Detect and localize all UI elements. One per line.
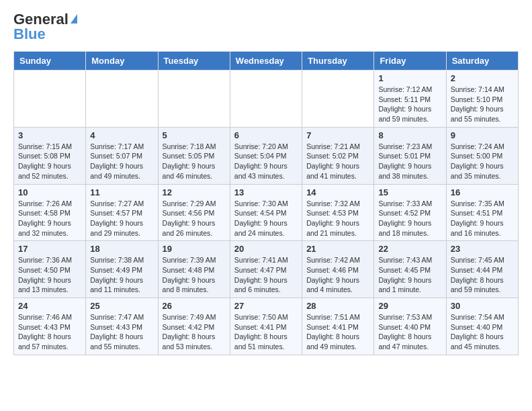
day-number: 3 — [18, 130, 81, 140]
calendar-cell: 24Sunrise: 7:46 AM Sunset: 4:43 PM Dayli… — [14, 298, 86, 355]
day-number: 20 — [234, 244, 298, 254]
day-number: 11 — [90, 187, 153, 197]
day-detail: Sunrise: 7:26 AM Sunset: 4:58 PM Dayligh… — [18, 199, 81, 238]
day-detail: Sunrise: 7:54 AM Sunset: 4:40 PM Dayligh… — [451, 312, 514, 352]
calendar-cell: 25Sunrise: 7:47 AM Sunset: 4:43 PM Dayli… — [86, 298, 158, 355]
calendar-table: SundayMondayTuesdayWednesdayThursdayFrid… — [13, 51, 519, 355]
day-detail: Sunrise: 7:33 AM Sunset: 4:52 PM Dayligh… — [378, 199, 441, 238]
calendar-cell: 17Sunrise: 7:36 AM Sunset: 4:50 PM Dayli… — [14, 241, 86, 298]
day-detail: Sunrise: 7:53 AM Sunset: 4:40 PM Dayligh… — [378, 312, 441, 352]
logo: General Blue — [13, 11, 77, 43]
weekday-header: Monday — [86, 52, 158, 71]
day-detail: Sunrise: 7:51 AM Sunset: 4:41 PM Dayligh… — [306, 312, 369, 352]
day-detail: Sunrise: 7:43 AM Sunset: 4:45 PM Dayligh… — [378, 255, 441, 295]
day-number: 23 — [451, 244, 514, 254]
day-detail: Sunrise: 7:36 AM Sunset: 4:50 PM Dayligh… — [18, 255, 81, 295]
day-detail: Sunrise: 7:50 AM Sunset: 4:41 PM Dayligh… — [234, 312, 298, 352]
logo-blue: Blue — [13, 26, 46, 43]
day-detail: Sunrise: 7:35 AM Sunset: 4:51 PM Dayligh… — [451, 199, 514, 238]
calendar-cell: 29Sunrise: 7:53 AM Sunset: 4:40 PM Dayli… — [374, 298, 446, 355]
calendar-week-row: 24Sunrise: 7:46 AM Sunset: 4:43 PM Dayli… — [14, 298, 519, 355]
day-number: 7 — [306, 130, 369, 140]
calendar-week-row: 10Sunrise: 7:26 AM Sunset: 4:58 PM Dayli… — [14, 184, 519, 241]
calendar-cell: 19Sunrise: 7:39 AM Sunset: 4:48 PM Dayli… — [158, 241, 230, 298]
day-detail: Sunrise: 7:23 AM Sunset: 5:01 PM Dayligh… — [378, 142, 441, 181]
calendar-cell: 27Sunrise: 7:50 AM Sunset: 4:41 PM Dayli… — [230, 298, 302, 355]
weekday-header: Wednesday — [230, 52, 302, 71]
day-detail: Sunrise: 7:41 AM Sunset: 4:47 PM Dayligh… — [234, 255, 298, 295]
calendar-cell: 23Sunrise: 7:45 AM Sunset: 4:44 PM Dayli… — [446, 241, 518, 298]
weekday-header: Tuesday — [158, 52, 230, 71]
calendar-cell: 12Sunrise: 7:29 AM Sunset: 4:56 PM Dayli… — [158, 184, 230, 241]
calendar-header-row: SundayMondayTuesdayWednesdayThursdayFrid… — [14, 52, 519, 71]
day-number: 4 — [90, 130, 153, 140]
day-detail: Sunrise: 7:45 AM Sunset: 4:44 PM Dayligh… — [451, 255, 514, 295]
calendar-cell: 7Sunrise: 7:21 AM Sunset: 5:02 PM Daylig… — [302, 127, 374, 184]
calendar-cell: 11Sunrise: 7:27 AM Sunset: 4:57 PM Dayli… — [86, 184, 158, 241]
day-number: 24 — [18, 301, 81, 311]
calendar-cell: 26Sunrise: 7:49 AM Sunset: 4:42 PM Dayli… — [158, 298, 230, 355]
calendar-cell: 16Sunrise: 7:35 AM Sunset: 4:51 PM Dayli… — [446, 184, 518, 241]
day-detail: Sunrise: 7:27 AM Sunset: 4:57 PM Dayligh… — [90, 199, 153, 238]
day-detail: Sunrise: 7:47 AM Sunset: 4:43 PM Dayligh… — [90, 312, 153, 352]
calendar-cell: 22Sunrise: 7:43 AM Sunset: 4:45 PM Dayli… — [374, 241, 446, 298]
day-number: 17 — [18, 244, 81, 254]
day-number: 29 — [378, 301, 441, 311]
calendar-week-row: 3Sunrise: 7:15 AM Sunset: 5:08 PM Daylig… — [14, 127, 519, 184]
calendar-week-row: 17Sunrise: 7:36 AM Sunset: 4:50 PM Dayli… — [14, 241, 519, 298]
day-number: 27 — [234, 301, 298, 311]
day-detail: Sunrise: 7:21 AM Sunset: 5:02 PM Dayligh… — [306, 142, 369, 181]
day-number: 2 — [451, 73, 514, 83]
calendar-cell: 3Sunrise: 7:15 AM Sunset: 5:08 PM Daylig… — [14, 127, 86, 184]
logo-triangle-icon — [71, 14, 77, 24]
day-detail: Sunrise: 7:15 AM Sunset: 5:08 PM Dayligh… — [18, 142, 81, 181]
day-detail: Sunrise: 7:18 AM Sunset: 5:05 PM Dayligh… — [163, 142, 226, 181]
day-detail: Sunrise: 7:17 AM Sunset: 5:07 PM Dayligh… — [90, 142, 153, 181]
day-number: 18 — [90, 244, 153, 254]
calendar-cell: 13Sunrise: 7:30 AM Sunset: 4:54 PM Dayli… — [230, 184, 302, 241]
calendar-cell — [230, 71, 302, 128]
day-detail: Sunrise: 7:38 AM Sunset: 4:49 PM Dayligh… — [90, 255, 153, 295]
day-detail: Sunrise: 7:20 AM Sunset: 5:04 PM Dayligh… — [234, 142, 298, 181]
weekday-header: Saturday — [446, 52, 518, 71]
calendar-cell: 30Sunrise: 7:54 AM Sunset: 4:40 PM Dayli… — [446, 298, 518, 355]
day-number: 16 — [451, 187, 514, 197]
day-detail: Sunrise: 7:42 AM Sunset: 4:46 PM Dayligh… — [306, 255, 369, 295]
calendar-cell: 8Sunrise: 7:23 AM Sunset: 5:01 PM Daylig… — [374, 127, 446, 184]
calendar-cell: 5Sunrise: 7:18 AM Sunset: 5:05 PM Daylig… — [158, 127, 230, 184]
day-detail: Sunrise: 7:24 AM Sunset: 5:00 PM Dayligh… — [451, 142, 514, 181]
page-container: General Blue SundayMondayTuesdayWednesda… — [0, 0, 532, 366]
day-number: 30 — [451, 301, 514, 311]
day-detail: Sunrise: 7:39 AM Sunset: 4:48 PM Dayligh… — [163, 255, 226, 295]
day-detail: Sunrise: 7:14 AM Sunset: 5:10 PM Dayligh… — [451, 85, 514, 124]
day-number: 15 — [378, 187, 441, 197]
calendar-cell: 15Sunrise: 7:33 AM Sunset: 4:52 PM Dayli… — [374, 184, 446, 241]
day-detail: Sunrise: 7:32 AM Sunset: 4:53 PM Dayligh… — [306, 199, 369, 238]
day-number: 1 — [378, 73, 441, 83]
day-number: 12 — [163, 187, 226, 197]
day-number: 5 — [163, 130, 226, 140]
calendar-cell: 18Sunrise: 7:38 AM Sunset: 4:49 PM Dayli… — [86, 241, 158, 298]
day-number: 25 — [90, 301, 153, 311]
calendar-cell: 21Sunrise: 7:42 AM Sunset: 4:46 PM Dayli… — [302, 241, 374, 298]
day-detail: Sunrise: 7:12 AM Sunset: 5:11 PM Dayligh… — [378, 85, 441, 124]
calendar-cell: 20Sunrise: 7:41 AM Sunset: 4:47 PM Dayli… — [230, 241, 302, 298]
calendar-cell: 4Sunrise: 7:17 AM Sunset: 5:07 PM Daylig… — [86, 127, 158, 184]
calendar-cell — [302, 71, 374, 128]
day-number: 13 — [234, 187, 298, 197]
calendar-cell: 28Sunrise: 7:51 AM Sunset: 4:41 PM Dayli… — [302, 298, 374, 355]
header: General Blue — [13, 11, 519, 43]
calendar-cell: 9Sunrise: 7:24 AM Sunset: 5:00 PM Daylig… — [446, 127, 518, 184]
calendar-cell: 1Sunrise: 7:12 AM Sunset: 5:11 PM Daylig… — [374, 71, 446, 128]
day-number: 21 — [306, 244, 369, 254]
calendar-cell: 6Sunrise: 7:20 AM Sunset: 5:04 PM Daylig… — [230, 127, 302, 184]
day-number: 14 — [306, 187, 369, 197]
day-number: 26 — [163, 301, 226, 311]
weekday-header: Thursday — [302, 52, 374, 71]
day-number: 9 — [451, 130, 514, 140]
calendar-cell — [86, 71, 158, 128]
day-number: 28 — [306, 301, 369, 311]
day-number: 19 — [163, 244, 226, 254]
calendar-cell: 14Sunrise: 7:32 AM Sunset: 4:53 PM Dayli… — [302, 184, 374, 241]
day-number: 10 — [18, 187, 81, 197]
